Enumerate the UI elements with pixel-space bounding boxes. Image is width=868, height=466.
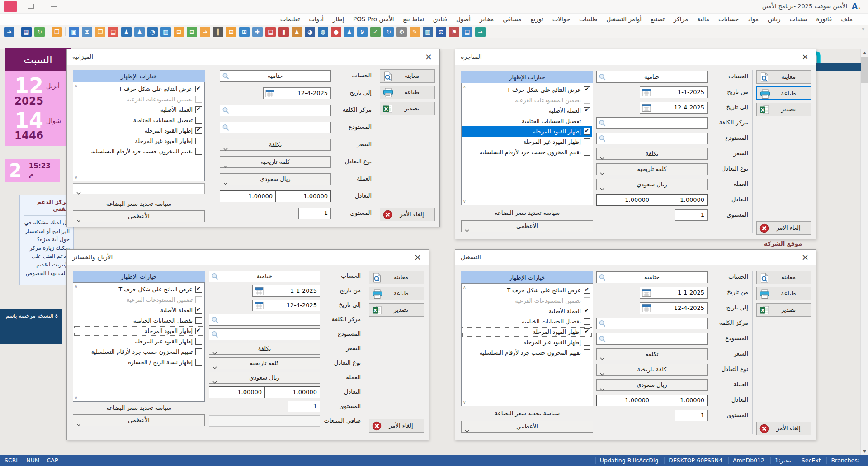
export-button[interactable]: Xتصدير (756, 103, 811, 116)
recycle-icon[interactable]: ↻ (383, 27, 394, 37)
shield-user2-icon[interactable]: ♟ (134, 27, 145, 37)
checkbox-row[interactable]: ✔إظهار القيود المرحلة (462, 126, 592, 137)
scroll-down-icon[interactable]: ∨ (75, 395, 78, 400)
empty-dropdown[interactable] (73, 183, 205, 194)
calendar-icon[interactable] (255, 287, 264, 297)
checkbox-icon[interactable] (195, 338, 202, 345)
checkbox-row[interactable]: إظهار القيود غير المرحلة (74, 336, 204, 347)
date-field[interactable]: 12-4-2025 (252, 300, 320, 311)
user-badge-icon[interactable]: 9 (357, 27, 368, 37)
scroll-up-icon[interactable]: ∧ (463, 285, 466, 290)
menu-item-1[interactable]: فاتورة (811, 14, 836, 25)
menu-item-11[interactable]: حوالات (548, 14, 575, 25)
users-icon[interactable]: ♟ (292, 27, 302, 37)
search-field[interactable] (596, 133, 708, 144)
parity-value-1[interactable]: 1.00000 (264, 386, 320, 398)
calendar-icon[interactable] (642, 289, 651, 299)
preview-button[interactable]: معاينة (756, 271, 811, 284)
dropdown-السعر[interactable]: تكلفة (209, 343, 320, 355)
menu-item-8[interactable]: تصنيع (646, 14, 669, 25)
open-form-icon[interactable]: ➜ (4, 27, 14, 37)
menu-item-0[interactable]: ملف (836, 14, 857, 25)
usb-orange-icon[interactable]: ⊟ (174, 27, 184, 37)
search-icon[interactable] (598, 335, 607, 345)
app-button-icon[interactable] (4, 1, 17, 12)
checkbox-row[interactable]: تضمين المستودعات الفرعية (74, 295, 204, 305)
checkbox-checked-icon[interactable]: ✔ (584, 287, 590, 294)
usb-green-icon[interactable]: ⊟ (187, 27, 197, 37)
print-button[interactable]: طباعة (756, 287, 811, 300)
checkbox-row[interactable]: ✔العملة الأصلية (462, 306, 592, 316)
folder-icon[interactable]: ❒ (52, 27, 62, 37)
date-field[interactable]: 12-4-2025 (640, 102, 708, 114)
preview-button[interactable]: معاينة (380, 69, 435, 83)
checkbox-row[interactable]: إظهار القيود غير المرحلة (462, 137, 592, 147)
scroll-thumb[interactable] (861, 57, 868, 83)
search-field[interactable] (596, 318, 708, 329)
checkbox-checked-icon[interactable]: ✔ (584, 107, 590, 114)
dropdown-السعر[interactable]: تكلفة (596, 348, 708, 360)
search-icon[interactable] (598, 319, 607, 330)
dropdown-نوع التعادل[interactable]: كلفة تاريخية (596, 163, 708, 175)
minimize-window-icon[interactable] (51, 6, 57, 7)
send-icon[interactable]: ➜ (200, 27, 210, 37)
menu-item-5[interactable]: حسابات (714, 14, 743, 25)
clock-icon[interactable]: ◔ (147, 27, 158, 37)
checkbox-checked-icon[interactable]: ✔ (195, 127, 202, 134)
checkbox-icon[interactable] (584, 97, 590, 104)
dropdown-نوع التعادل[interactable]: كلفة تاريخية (209, 357, 320, 369)
checkbox-checked-icon[interactable]: ✔ (584, 328, 590, 335)
scroll-down-icon[interactable]: ▼ (861, 449, 868, 453)
cancel-button[interactable]: إلغاء الأمر (369, 419, 424, 433)
calendar-icon[interactable] (642, 304, 651, 314)
date-field[interactable]: 12-4-2025 (640, 302, 708, 314)
checkbox-icon[interactable] (195, 296, 202, 303)
checkbox-row[interactable]: ✔العملة الأصلية (462, 105, 592, 116)
cancel-button[interactable]: إلغاء الأمر (380, 208, 435, 221)
parity-value-1[interactable]: 1.00000 (652, 194, 708, 206)
search-field[interactable] (220, 105, 331, 116)
print-button[interactable]: طباعة (756, 86, 811, 100)
sheet-check-icon[interactable]: ✓ (370, 27, 381, 37)
menu-item-20[interactable]: أدوات (304, 14, 328, 25)
search-field[interactable]: ختامية (209, 271, 320, 282)
search-field[interactable] (209, 314, 320, 326)
checkbox-icon[interactable] (195, 138, 202, 144)
search-icon[interactable] (211, 330, 219, 341)
close-icon[interactable]: × (800, 252, 811, 262)
menu-item-3[interactable]: زبائن (763, 14, 785, 25)
dropdown-السعر[interactable]: تكلفة (596, 148, 708, 160)
dropdown-نوع التعادل[interactable]: كلفة تاريخية (596, 364, 708, 376)
page-blue-icon[interactable]: ▤ (462, 27, 472, 37)
close-icon[interactable]: × (412, 252, 423, 262)
checkbox-checked-icon[interactable]: ✔ (584, 308, 590, 314)
checkbox-row[interactable]: تقييم المخزون حسب جرد لأرقام التسلسلية (462, 147, 592, 157)
checkbox-row[interactable]: تفصيل الحسابات الختامية (462, 316, 592, 327)
alert-ball-icon[interactable]: ● (331, 27, 341, 37)
cancel-button[interactable]: إلغاء الأمر (756, 221, 811, 235)
pricing-policy-dropdown[interactable]: الأعظمي (73, 210, 205, 222)
checkbox-row[interactable]: ✔إظهار القيود المرحلة (74, 125, 204, 136)
checkbox-icon[interactable] (195, 148, 202, 155)
display-options-list[interactable]: ∧∨✔عرض النتائج على شكل حرف Tتضمين المستو… (461, 283, 593, 406)
menu-item-7[interactable]: مراكز (669, 14, 693, 25)
pricing-policy-dropdown[interactable]: الأعظمي (73, 414, 205, 426)
calendar-icon[interactable] (265, 89, 274, 100)
checkbox-row[interactable]: تفصيل الحسابات الختامية (462, 116, 592, 126)
checkbox-row[interactable]: ✔العملة الأصلية (74, 305, 204, 315)
calendar-icon[interactable] (642, 104, 651, 114)
dropdown-العملة[interactable]: ريال سعودي (596, 179, 708, 190)
parity-value-2[interactable]: 1.00000 (596, 194, 652, 206)
date-field[interactable]: 1-1-2025 (640, 287, 708, 299)
checkbox-row[interactable]: تقييم المخزون حسب جرد لأرقام التسلسلية (74, 347, 204, 357)
toolbar-overflow-icon[interactable]: ▾ (862, 26, 864, 32)
checkbox-icon[interactable] (195, 348, 202, 355)
checkbox-row[interactable]: إظهار القيود غير المرحلة (74, 136, 204, 146)
users2-icon[interactable]: ♟ (344, 27, 354, 37)
book-icon[interactable]: ▮ (278, 27, 289, 37)
checkbox-row[interactable]: تقييم المخزون حسب جرد لأرقام التسلسلية (462, 347, 592, 358)
checkbox-row[interactable]: إظهار القيود غير المرحلة (462, 337, 592, 347)
dropdown-العملة[interactable]: ريال سعودي (209, 372, 320, 384)
display-options-list[interactable]: ∧∨✔عرض النتائج على شكل حرف Tتضمين المستو… (461, 83, 593, 205)
checkbox-row[interactable]: تضمين المستودعات الفرعية (462, 95, 592, 105)
